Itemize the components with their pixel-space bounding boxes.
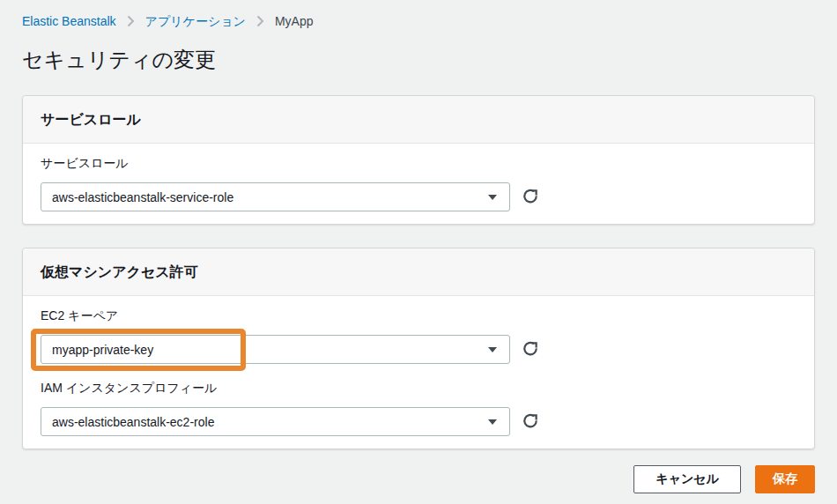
panel-service-role-body: サービスロール aws-elasticbeanstalk-service-rol… — [23, 144, 814, 224]
field-label-iam-instance-profile: IAM インスタンスプロフィール — [41, 380, 796, 397]
panel-service-role: サービスロール サービスロール aws-elasticbeanstalk-ser… — [22, 95, 815, 225]
security-settings-page: Elastic Beanstalk アプリケーション MyApp セキュリティの… — [0, 0, 837, 504]
footer-actions: キャンセル 保存 — [22, 465, 815, 493]
cancel-button[interactable]: キャンセル — [633, 465, 741, 493]
page-title: セキュリティの変更 — [22, 46, 815, 74]
field-ec2-keypair: EC2 キーペア myapp-private-key — [41, 308, 796, 364]
refresh-icon — [521, 339, 539, 360]
panel-vm-access-header: 仮想マシンアクセス許可 — [23, 248, 814, 296]
panel-service-role-header: サービスロール — [23, 96, 814, 144]
service-role-dropdown[interactable]: aws-elasticbeanstalk-service-role — [41, 182, 510, 211]
field-iam-instance-profile: IAM インスタンスプロフィール aws-elasticbeanstalk-ec… — [41, 380, 796, 436]
panel-vm-access: 仮想マシンアクセス許可 EC2 キーペア myapp-private-key — [22, 248, 815, 449]
caret-down-icon — [488, 347, 497, 352]
service-role-refresh-button[interactable] — [518, 186, 541, 209]
breadcrumb-link-applications[interactable]: アプリケーション — [145, 15, 246, 27]
save-button[interactable]: 保存 — [755, 465, 815, 493]
field-label-ec2-keypair: EC2 キーペア — [41, 308, 796, 324]
refresh-icon — [521, 411, 539, 433]
caret-down-icon — [488, 419, 497, 425]
breadcrumb-current-myapp: MyApp — [275, 15, 314, 27]
breadcrumb: Elastic Beanstalk アプリケーション MyApp — [0, 0, 837, 27]
ec2-keypair-refresh-button[interactable] — [518, 338, 541, 361]
service-role-dropdown-value: aws-elasticbeanstalk-service-role — [52, 190, 233, 204]
refresh-icon — [521, 187, 539, 208]
iam-instance-profile-refresh-button[interactable] — [518, 411, 541, 434]
field-service-role: サービスロール aws-elasticbeanstalk-service-rol… — [41, 155, 796, 211]
caret-down-icon — [488, 195, 497, 200]
ec2-keypair-dropdown[interactable]: myapp-private-key — [41, 335, 510, 364]
iam-instance-profile-dropdown[interactable]: aws-elasticbeanstalk-ec2-role — [41, 407, 510, 436]
iam-instance-profile-dropdown-value: aws-elasticbeanstalk-ec2-role — [52, 415, 214, 429]
chevron-right-icon — [127, 15, 135, 27]
ec2-keypair-dropdown-value: myapp-private-key — [52, 343, 153, 357]
breadcrumb-link-elastic-beanstalk[interactable]: Elastic Beanstalk — [22, 15, 116, 27]
panel-vm-access-body: EC2 キーペア myapp-private-key — [23, 296, 814, 448]
field-label-service-role: サービスロール — [41, 155, 796, 172]
chevron-right-icon — [256, 15, 264, 27]
